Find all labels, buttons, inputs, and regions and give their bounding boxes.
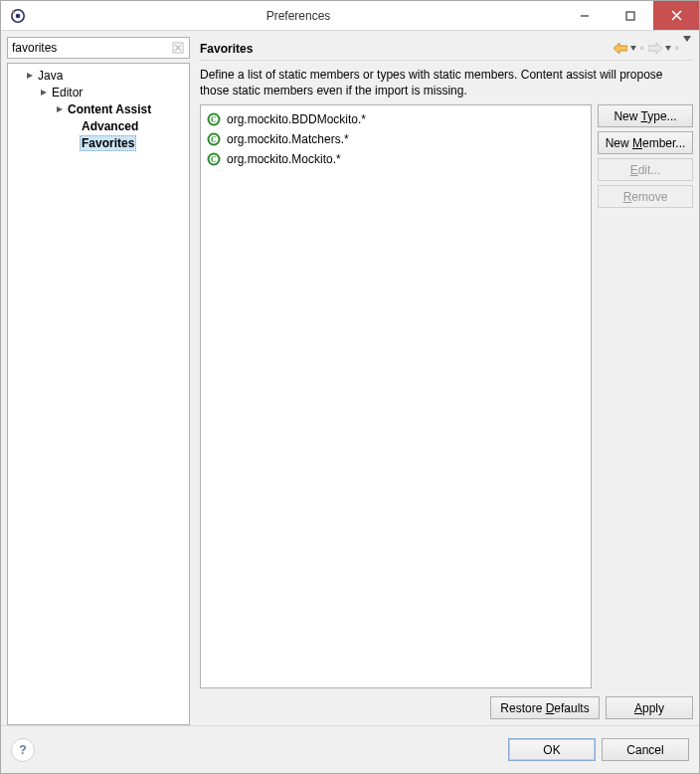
svg-text:C: C — [211, 155, 217, 164]
class-icon: C — [207, 132, 221, 146]
tree-item-label: Advanced — [80, 119, 140, 133]
apply-button[interactable]: Apply — [606, 696, 693, 719]
svg-text:C: C — [211, 115, 217, 124]
svg-text:C: C — [211, 135, 217, 144]
list-item[interactable]: Corg.mockito.BDDMockito.* — [205, 109, 587, 129]
footer: ? OK Cancel — [1, 725, 699, 773]
list-item-label: org.mockito.Matchers.* — [227, 130, 349, 148]
tree-item[interactable]: Editor — [10, 85, 187, 101]
tree-item-label: Favorites — [80, 135, 136, 151]
menu-icon[interactable] — [683, 42, 691, 56]
ok-button[interactable]: OK — [508, 738, 596, 761]
favorites-list[interactable]: Corg.mockito.BDDMockito.*Corg.mockito.Ma… — [200, 104, 592, 688]
back-button[interactable] — [613, 43, 636, 54]
titlebar: Preferences — [1, 1, 699, 31]
nav-icons: • • — [613, 42, 693, 56]
list-item[interactable]: Corg.mockito.Mockito.* — [205, 149, 587, 169]
app-icon — [1, 8, 35, 24]
tree-item-label: Java — [36, 69, 65, 83]
left-pane: JavaEditorContent AssistAdvancedFavorite… — [7, 37, 190, 725]
section-title: Favorites — [200, 42, 613, 56]
restore-defaults-button[interactable]: Restore Defaults — [490, 696, 600, 719]
preferences-window: Preferences — [0, 0, 700, 774]
clear-filter-icon[interactable] — [170, 40, 186, 56]
cancel-button[interactable]: Cancel — [602, 738, 689, 761]
edit-button: Edit... — [598, 158, 693, 181]
new-type-button[interactable]: New Type... — [598, 104, 693, 127]
tree-item[interactable]: Java — [10, 68, 187, 85]
minimize-button[interactable] — [562, 1, 608, 30]
help-icon[interactable]: ? — [11, 738, 35, 762]
class-icon: C — [207, 152, 221, 166]
list-item[interactable]: Corg.mockito.Matchers.* — [205, 129, 587, 149]
tree-item[interactable]: Content Assist — [10, 101, 187, 118]
forward-button[interactable] — [648, 43, 671, 54]
window-buttons — [562, 1, 699, 30]
close-button[interactable] — [653, 1, 699, 30]
tree-item-label: Content Assist — [66, 102, 153, 116]
class-icon: C — [207, 112, 221, 126]
svg-point-1 — [16, 13, 21, 18]
expand-icon[interactable] — [54, 105, 66, 113]
tree-item[interactable]: Advanced — [10, 118, 187, 135]
filter-input[interactable] — [7, 37, 190, 59]
section-description: Define a list of static members or types… — [200, 67, 693, 98]
list-item-label: org.mockito.Mockito.* — [227, 150, 341, 168]
right-pane: Favorites • • Define a list of static me… — [190, 37, 693, 725]
expand-icon[interactable] — [24, 72, 36, 80]
window-title: Preferences — [35, 9, 562, 23]
list-item-label: org.mockito.BDDMockito.* — [227, 110, 366, 128]
remove-button: Remove — [598, 185, 693, 208]
expand-icon[interactable] — [38, 89, 50, 97]
new-member-button[interactable]: New Member... — [598, 131, 693, 154]
tree-item-label: Editor — [50, 86, 85, 99]
category-tree[interactable]: JavaEditorContent AssistAdvancedFavorite… — [7, 63, 190, 725]
maximize-button[interactable] — [608, 1, 653, 30]
tree-item[interactable]: Favorites — [10, 135, 187, 152]
svg-rect-3 — [626, 12, 634, 20]
